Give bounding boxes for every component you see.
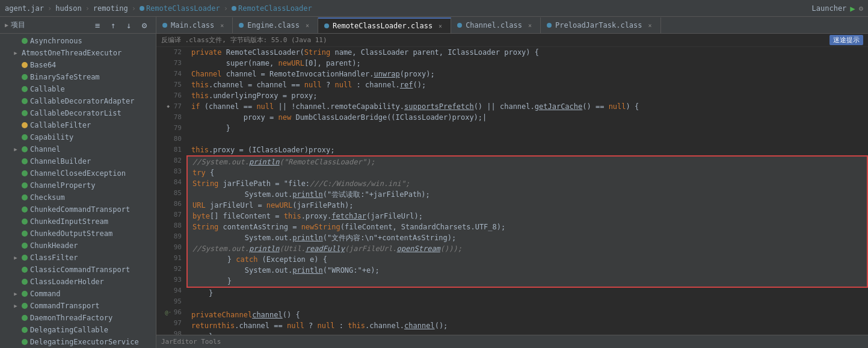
sidebar-item-label: ChunkedOutputStream bbox=[30, 229, 112, 238]
sidebar-item[interactable]: ChannelClosedException bbox=[0, 167, 156, 179]
sidebar-item[interactable]: ChannelProperty bbox=[0, 179, 156, 191]
sidebar-icon2[interactable]: ↑ bbox=[106, 19, 120, 32]
settings-icon[interactable]: ⚙ bbox=[859, 4, 863, 13]
class-dot-icon bbox=[22, 279, 28, 285]
code-line bbox=[186, 134, 868, 144]
sidebar-item[interactable]: ClassLoaderHolder bbox=[0, 276, 156, 288]
class-dot-icon bbox=[22, 339, 28, 345]
class-dot-icon bbox=[22, 122, 28, 128]
tab-close-icon[interactable]: × bbox=[436, 22, 445, 30]
code-line: this.channel = channel == null ? null : … bbox=[186, 79, 868, 90]
sidebar-item[interactable]: CallableDecoratorList bbox=[0, 107, 156, 119]
class-dot-icon bbox=[22, 231, 28, 237]
sidebar-item-label: ChunkedCommandTransport bbox=[30, 205, 130, 214]
sidebar-item[interactable]: Callable bbox=[0, 83, 156, 95]
title-bar-right: Launcher ▶ ⚙ bbox=[812, 4, 863, 13]
sidebar: ▶ 项目 ≡ ↑ ↓ ⚙ Asynchronous▶AtmostOneThrea… bbox=[0, 17, 156, 348]
sidebar-item-label: Command bbox=[30, 290, 61, 298]
app-name: agent.jar bbox=[5, 4, 44, 13]
file1-tab[interactable]: RemoteClassLoader bbox=[140, 4, 220, 13]
line-number: 87 bbox=[156, 210, 186, 220]
sidebar-item[interactable]: ▶ClassFilter bbox=[0, 252, 156, 264]
sidebar-item[interactable]: BinarySafeStream bbox=[0, 71, 156, 83]
line-number: 95 bbox=[156, 296, 186, 307]
sidebar-item[interactable]: ChunkHeader bbox=[0, 240, 156, 252]
code-line: System.out.println("WRONG:"+e); bbox=[188, 265, 867, 276]
sidebar-item[interactable]: ▶Command bbox=[0, 288, 156, 300]
line-number: 91 bbox=[156, 253, 186, 264]
line-number: 85 bbox=[156, 188, 186, 199]
sidebar-item[interactable]: CallableFilter bbox=[0, 119, 156, 131]
sidebar-expand-icon[interactable]: ▶ bbox=[5, 22, 8, 28]
sidebar-item-label: CallableDecoratorAdapter bbox=[30, 97, 134, 105]
line-number: 97 bbox=[156, 318, 186, 329]
code-line: this.underlyingProxy = proxy; bbox=[186, 90, 868, 101]
file2-tab[interactable]: RemoteClassLoader bbox=[232, 4, 312, 13]
code-line bbox=[186, 299, 868, 309]
editor-tab[interactable]: Main.class× bbox=[156, 17, 233, 33]
sidebar-item[interactable]: Checksum bbox=[0, 191, 156, 204]
class-dot-icon bbox=[22, 315, 28, 321]
sidebar-item[interactable]: Capability bbox=[0, 131, 156, 143]
title-bar-left: agent.jar › hudson › remoting › RemoteCl… bbox=[5, 4, 807, 13]
sidebar-item[interactable]: ▶Channel bbox=[0, 143, 156, 155]
sidebar-icon3[interactable]: ↓ bbox=[122, 19, 135, 32]
info-bar: 反编译 .class文件, 字节码版本: 55.0 (Java 11) 迷途提示 bbox=[156, 34, 868, 47]
sidebar-icon1[interactable]: ≡ bbox=[91, 19, 104, 32]
line-number: 75 bbox=[156, 79, 186, 90]
sidebar-item-label: ChannelProperty bbox=[30, 181, 95, 190]
sidebar-item-label: DaemonThreadFactory bbox=[30, 314, 112, 322]
code-content[interactable]: private RemoteClassLoader(String name, C… bbox=[186, 47, 868, 335]
tab-dot-icon bbox=[239, 23, 244, 28]
code-line: private RemoteClassLoader(String name, C… bbox=[186, 47, 868, 58]
sidebar-item[interactable]: ChannelBuilder bbox=[0, 155, 156, 167]
class-dot-icon bbox=[22, 194, 28, 200]
sidebar-item[interactable]: DelegatingCallable bbox=[0, 324, 156, 336]
editor-tab[interactable]: PreloadJarTask.class× bbox=[541, 17, 661, 33]
tab-dot-icon bbox=[324, 23, 329, 28]
sidebar-item[interactable]: Asynchronous bbox=[0, 35, 156, 47]
class-dot-icon bbox=[22, 38, 28, 44]
sidebar-item-label: CallableDecoratorList bbox=[30, 109, 122, 117]
editor-tab[interactable]: RemoteClassLoader.class× bbox=[318, 17, 451, 33]
code-line: } catch (Exception e) { bbox=[188, 254, 867, 265]
sidebar-item[interactable]: DelegatingExecutorService bbox=[0, 336, 156, 348]
class-dot-icon bbox=[22, 134, 28, 140]
sidebar-item[interactable]: ChunkedInputStream bbox=[0, 216, 156, 228]
sidebar-item-label: Asynchronous bbox=[30, 37, 82, 45]
tab-dot-icon bbox=[547, 23, 552, 28]
sidebar-header: ▶ 项目 ≡ ↑ ↓ ⚙ bbox=[0, 17, 156, 34]
sidebar-item[interactable]: Base64 bbox=[0, 59, 156, 71]
sidebar-item[interactable]: ChunkedOutputStream bbox=[0, 228, 156, 240]
title-bar: agent.jar › hudson › remoting › RemoteCl… bbox=[0, 0, 868, 17]
sidebar-item[interactable]: DaemonThreadFactory bbox=[0, 312, 156, 324]
sidebar-item[interactable]: CallableDecoratorAdapter bbox=[0, 95, 156, 107]
editor-area: Main.class×Engine.class×RemoteClassLoade… bbox=[156, 17, 868, 348]
tab-close-icon[interactable]: × bbox=[646, 21, 654, 30]
line-number: 80 bbox=[156, 134, 186, 144]
code-line: } bbox=[186, 288, 868, 299]
class-dot-icon bbox=[22, 327, 28, 333]
editor-tab[interactable]: Engine.class× bbox=[233, 17, 318, 33]
sidebar-item[interactable]: ClassicCommandTransport bbox=[0, 264, 156, 276]
line-number: 89 bbox=[156, 231, 186, 242]
tab-label: Channel.class bbox=[466, 21, 522, 30]
editor-tab[interactable]: Channel.class× bbox=[451, 17, 541, 33]
tab-close-icon[interactable]: × bbox=[526, 21, 534, 30]
line-number: 86 bbox=[156, 199, 186, 210]
code-line: } bbox=[186, 123, 868, 134]
sidebar-item[interactable]: ▶CommandTransport bbox=[0, 300, 156, 312]
status-bar: JarEditor Tools bbox=[156, 335, 868, 348]
sidebar-item[interactable]: ▶AtmostOneThreadExecutor bbox=[0, 47, 156, 59]
sidebar-item-label: ChannelClosedException bbox=[30, 169, 126, 178]
tab-close-icon[interactable]: × bbox=[303, 21, 312, 30]
line-number: 94 bbox=[156, 285, 186, 296]
sidebar-item-label: AtmostOneThreadExecutor bbox=[22, 49, 122, 57]
sidebar-item[interactable]: ChunkedCommandTransport bbox=[0, 204, 156, 216]
class-dot-icon bbox=[22, 86, 28, 92]
tab-close-icon[interactable]: × bbox=[218, 21, 226, 30]
line-number: 98 bbox=[156, 329, 186, 335]
sidebar-settings-icon[interactable]: ⚙ bbox=[138, 19, 151, 32]
line-numbers: 7273747576◆77787980818283848586878889909… bbox=[156, 47, 186, 335]
run-button[interactable]: ▶ bbox=[850, 4, 855, 13]
